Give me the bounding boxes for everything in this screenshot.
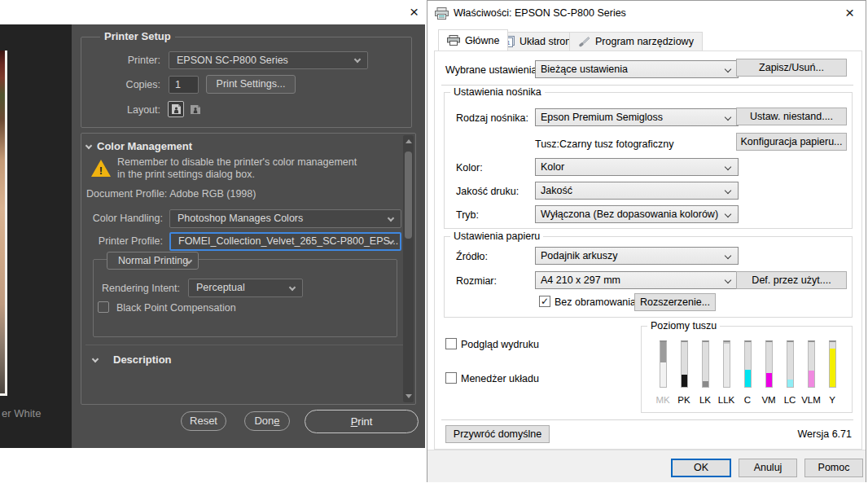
close-icon[interactable]: × bbox=[845, 3, 854, 23]
print-accel: P bbox=[351, 415, 358, 428]
chevron-down-icon bbox=[725, 277, 731, 283]
cancel-button[interactable]: Anuluj bbox=[739, 459, 797, 477]
print-quality-select[interactable]: Jakość bbox=[535, 182, 739, 200]
rendering-intent-label: Rendering Intent: bbox=[100, 283, 180, 294]
print-mode-value: Normal Printing bbox=[118, 255, 188, 266]
ink-label: PK bbox=[677, 395, 690, 405]
chevron-down-icon bbox=[725, 187, 731, 194]
size-label: Rozmiar: bbox=[456, 275, 497, 287]
printer-label: Printer: bbox=[98, 55, 160, 66]
mode-select[interactable]: Wyłączona (Bez dopasowania kolorów) bbox=[535, 205, 739, 223]
chevron-down-icon bbox=[725, 211, 731, 217]
print-button[interactable]: Print bbox=[305, 410, 419, 433]
color-value: Kolor bbox=[541, 161, 564, 173]
ink-column-llk: LLK bbox=[716, 340, 737, 405]
media-type-value: Epson Premium Semigloss bbox=[541, 112, 663, 123]
restore-defaults-button[interactable]: Przywróć domyślne bbox=[445, 425, 550, 443]
chevron-down-icon bbox=[725, 114, 731, 121]
layout-portrait-button[interactable] bbox=[168, 101, 184, 117]
ink-label: C bbox=[744, 395, 751, 405]
selected-settings-value: Bieżące ustawienia bbox=[541, 64, 628, 75]
tab-program-narzedziowy[interactable]: Program narzędziowy bbox=[569, 32, 703, 50]
ink-column-mk: MK bbox=[652, 340, 673, 405]
expansion-button[interactable]: Rozszerzenie... bbox=[634, 293, 716, 311]
ink-label: LC bbox=[784, 395, 796, 405]
ep-titlebar: Właściwości: EPSON SC-P800 Series × bbox=[427, 1, 866, 25]
color-management-title: Color Management bbox=[97, 140, 192, 152]
tab-label: Program narzędziowy bbox=[595, 36, 694, 47]
ink-column-c: C bbox=[737, 340, 758, 405]
ink-label: LLK bbox=[718, 395, 734, 405]
ink-levels-title: Poziomy tuszu bbox=[647, 320, 720, 332]
copies-label: Copies: bbox=[98, 79, 160, 90]
paper-settings-title: Ustawienia papieru bbox=[450, 231, 543, 242]
ink-bar bbox=[681, 340, 688, 388]
screwdriver-icon bbox=[578, 36, 590, 47]
description-title: Description bbox=[113, 353, 172, 366]
ink-column-vm: VM bbox=[758, 340, 779, 405]
color-management-panel: Color Management Remember to disable the… bbox=[81, 133, 416, 405]
scrollbar[interactable] bbox=[403, 135, 414, 402]
media-type-select[interactable]: Epson Premium Semigloss bbox=[535, 108, 739, 126]
ink-label: VLM bbox=[801, 395, 821, 405]
ink-bar bbox=[808, 340, 815, 388]
ink-bar bbox=[702, 340, 709, 388]
reset-button[interactable]: Reset bbox=[181, 411, 226, 431]
divider bbox=[85, 345, 403, 345]
save-delete-button[interactable]: Zapisz/Usuń... bbox=[736, 59, 847, 77]
chevron-down-icon bbox=[92, 356, 99, 362]
black-point-checkbox[interactable] bbox=[98, 301, 109, 313]
print-preview-checkbox[interactable] bbox=[445, 338, 457, 349]
layout-landscape-button[interactable] bbox=[187, 101, 204, 117]
tab-label: Układ strony bbox=[519, 36, 576, 47]
layout-manager-checkbox[interactable] bbox=[445, 372, 457, 384]
print-quality-label: Jakość druku: bbox=[456, 186, 519, 197]
selected-settings-select[interactable]: Bieżące ustawienia bbox=[535, 60, 739, 78]
size-select[interactable]: A4 210 x 297 mm bbox=[535, 271, 739, 289]
ink-label: MK bbox=[655, 395, 669, 405]
print-settings-button[interactable]: Print Settings... bbox=[206, 75, 296, 94]
close-icon[interactable]: × bbox=[410, 2, 419, 22]
print-mode-group bbox=[93, 259, 397, 337]
portrait-page-icon bbox=[171, 103, 182, 115]
mode-value: Wyłączona (Bez dopasowania kolorów) bbox=[541, 209, 718, 220]
done-label: Don bbox=[254, 415, 274, 427]
borderless-label: Bez obramowania bbox=[555, 296, 636, 308]
color-select[interactable]: Kolor bbox=[535, 158, 739, 176]
tab-glowne[interactable]: Główne bbox=[438, 29, 508, 50]
done-button[interactable]: Done bbox=[244, 411, 290, 431]
user-defined-button[interactable]: Def. przez użyt.... bbox=[736, 271, 847, 289]
scroll-down-icon[interactable] bbox=[406, 394, 412, 398]
help-button[interactable]: Pomoc bbox=[804, 459, 863, 477]
printer-profile-value: FOMEI_Collection_Velvet_265_SC-P800_EPS.… bbox=[178, 235, 398, 247]
paper-white-label: er White bbox=[2, 407, 41, 419]
copies-input[interactable]: 1 bbox=[169, 76, 199, 94]
printer-profile-select[interactable]: FOMEI_Collection_Velvet_265_SC-P800_EPS.… bbox=[169, 232, 401, 251]
document-profile: Document Profile: Adobe RGB (1998) bbox=[86, 188, 256, 200]
photoshop-print-dialog: × er White Printer Setup Printer: EPSON … bbox=[0, 0, 425, 448]
ink-levels-group: MKPKLKLLKCVMLCVLMY bbox=[641, 326, 853, 413]
chevron-down-icon bbox=[725, 164, 731, 170]
custom-settings-button[interactable]: Ustaw. niestand.... bbox=[736, 108, 847, 125]
print-mode-select[interactable]: Normal Printing bbox=[107, 252, 199, 270]
source-select[interactable]: Podajnik arkuszy bbox=[535, 247, 739, 265]
ink-column-lc: LC bbox=[779, 340, 800, 405]
mode-label: Tryb: bbox=[456, 209, 479, 221]
color-handling-select[interactable]: Photoshop Manages Colors bbox=[169, 209, 401, 228]
chevron-down-icon bbox=[85, 143, 92, 149]
borderless-checkbox[interactable]: ✓ bbox=[539, 296, 550, 307]
scrollbar-thumb[interactable] bbox=[405, 151, 412, 239]
layout-manager-label: Menedżer układu bbox=[461, 373, 539, 384]
ink-bar bbox=[744, 340, 752, 388]
ink-label: Y bbox=[829, 395, 835, 405]
media-settings-title: Ustawienia nośnika bbox=[450, 86, 545, 98]
printer-select[interactable]: EPSON SC-P800 Series bbox=[169, 51, 368, 69]
ps-dialog-body: er White Printer Setup Printer: EPSON SC… bbox=[0, 24, 425, 448]
scroll-up-icon[interactable] bbox=[406, 139, 412, 143]
paper-config-button[interactable]: Konfiguracja papieru... bbox=[736, 133, 847, 151]
ink-column-vlm: VLM bbox=[800, 340, 822, 405]
ink-column-lk: LK bbox=[695, 340, 716, 405]
ok-button[interactable]: OK bbox=[671, 459, 731, 477]
rendering-intent-select[interactable]: Perceptual bbox=[188, 279, 303, 297]
printer-setup-title: Printer Setup bbox=[100, 30, 175, 42]
